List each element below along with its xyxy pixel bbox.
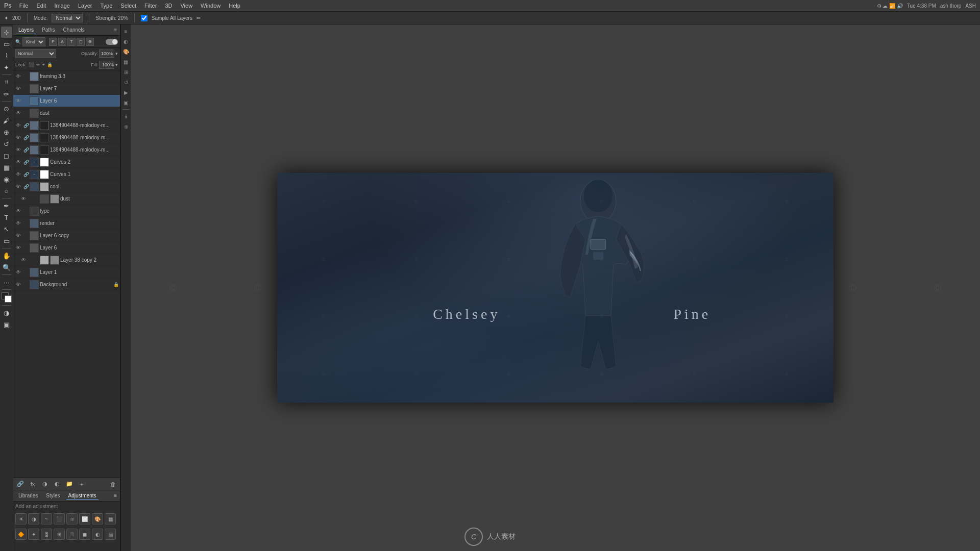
layer-eye-icon[interactable]: 👁 bbox=[14, 207, 22, 215]
filter-adj-btn[interactable]: A bbox=[58, 38, 66, 46]
tool-crop[interactable]: ⌗ bbox=[1, 77, 12, 88]
menu-file[interactable]: File bbox=[16, 2, 32, 10]
tool-spot-heal[interactable]: ⊙ bbox=[1, 103, 12, 114]
menu-image[interactable]: Image bbox=[51, 2, 74, 10]
fill-input[interactable] bbox=[99, 61, 114, 69]
layer-eye-icon[interactable]: 👁 bbox=[14, 158, 22, 166]
filter-smart-btn[interactable]: ⊕ bbox=[86, 38, 94, 46]
canvas-document[interactable]: © © © © © © © © © © © © © © © © © bbox=[277, 173, 834, 403]
tab-adjustments[interactable]: Adjustments bbox=[66, 492, 99, 500]
menu-window[interactable]: Window bbox=[197, 2, 224, 10]
opacity-input[interactable] bbox=[99, 49, 114, 58]
menu-filter[interactable]: Filter bbox=[141, 2, 160, 10]
tool-stamp[interactable]: ⊕ bbox=[1, 127, 12, 138]
tool-brush[interactable]: 🖌 bbox=[1, 115, 12, 126]
right-icon-swatches[interactable]: ▦ bbox=[121, 57, 131, 66]
adj-poster-btn[interactable]: ≣ bbox=[66, 529, 78, 540]
layer-mask-btn[interactable]: ◑ bbox=[40, 480, 50, 489]
tool-eyedropper[interactable]: ✏ bbox=[1, 88, 12, 99]
tool-shape[interactable]: ▭ bbox=[1, 235, 12, 246]
mode-select[interactable]: Normal bbox=[52, 14, 83, 22]
layer-adj-btn[interactable]: ◐ bbox=[52, 480, 62, 489]
layer-item[interactable]: 👁 🔗 ~ Curves 2 bbox=[13, 156, 120, 168]
layer-link-btn[interactable]: 🔗 bbox=[15, 480, 26, 489]
tool-more[interactable]: ··· bbox=[1, 277, 12, 288]
adj-curves-btn[interactable]: ~ bbox=[41, 513, 52, 524]
filter-shape-btn[interactable]: ◻ bbox=[77, 38, 85, 46]
tool-marquee[interactable]: ▭ bbox=[1, 38, 12, 49]
tool-zoom[interactable]: 🔍 bbox=[1, 262, 12, 273]
layer-item-selected[interactable]: 👁 Layer 6 bbox=[13, 95, 120, 107]
layer-item[interactable]: 👁 🔗 1384904488-molodoy-m... bbox=[13, 132, 120, 144]
tool-gradient[interactable]: ▦ bbox=[1, 162, 12, 173]
tool-dodge[interactable]: ○ bbox=[1, 185, 12, 196]
menu-layer[interactable]: Layer bbox=[75, 2, 96, 10]
options-edit-icon[interactable]: ✏ bbox=[197, 15, 201, 21]
lock-pos-icon[interactable]: ✏ bbox=[36, 62, 40, 67]
menu-edit[interactable]: Edit bbox=[33, 2, 50, 10]
tab-layers[interactable]: Layers bbox=[16, 26, 36, 34]
layer-item[interactable]: 👁 dust bbox=[13, 193, 120, 205]
canvas-area[interactable]: © © © © © © © © © © bbox=[131, 24, 980, 551]
layer-eye-icon[interactable]: 👁 bbox=[19, 256, 28, 264]
layer-item[interactable]: 👁 🔗 1384904488-molodoy-m... bbox=[13, 119, 120, 132]
tool-screen-mode[interactable]: ▣ bbox=[1, 319, 12, 330]
layer-item[interactable]: 👁 render bbox=[13, 217, 120, 230]
filter-toggle-switch[interactable] bbox=[106, 39, 118, 45]
menu-help[interactable]: Help bbox=[225, 2, 244, 10]
filter-type-btn[interactable]: T bbox=[67, 38, 76, 46]
layer-style-btn[interactable]: fx bbox=[28, 480, 38, 489]
tool-magic-wand[interactable]: ✦ bbox=[1, 62, 12, 73]
layer-eye-icon[interactable]: 👁 bbox=[14, 232, 22, 240]
right-icon-history[interactable]: ↺ bbox=[121, 78, 131, 87]
menu-view[interactable]: View bbox=[177, 2, 196, 10]
menu-select[interactable]: Select bbox=[117, 2, 140, 10]
layer-item[interactable]: 👁 Layer 6 copy bbox=[13, 230, 120, 242]
layer-item[interactable]: 👁 🔗 cool bbox=[13, 181, 120, 193]
layer-group-btn[interactable]: 📁 bbox=[64, 480, 75, 489]
layer-eye-icon[interactable]: 👁 bbox=[14, 121, 22, 130]
right-icon-info[interactable]: ℹ bbox=[121, 112, 131, 121]
right-icon-layers[interactable]: ≡ bbox=[121, 27, 131, 36]
menu-type[interactable]: Type bbox=[97, 2, 116, 10]
adj-brightness-btn[interactable]: ☀ bbox=[15, 513, 27, 524]
adj-levels-btn[interactable]: ◑ bbox=[28, 513, 39, 524]
adj-colorbal-btn[interactable]: 🎨 bbox=[92, 513, 103, 524]
adj-hsl-btn[interactable]: ⬜ bbox=[79, 513, 90, 524]
tool-lasso[interactable]: ⌇ bbox=[1, 50, 12, 61]
tab-channels[interactable]: Channels bbox=[61, 26, 87, 34]
filter-kind-select[interactable]: Kind bbox=[22, 37, 45, 46]
layer-eye-icon[interactable]: 👁 bbox=[14, 97, 22, 105]
right-icon-actions[interactable]: ▶ bbox=[121, 88, 131, 97]
tool-type[interactable]: T bbox=[1, 212, 12, 223]
layer-eye-icon[interactable]: 👁 bbox=[14, 244, 22, 252]
adj-invert-btn[interactable]: ⊞ bbox=[54, 529, 65, 540]
right-icon-color[interactable]: 🎨 bbox=[121, 47, 131, 56]
fill-chevron[interactable]: ▾ bbox=[115, 62, 118, 67]
right-icon-nav[interactable]: ⊕ bbox=[121, 122, 131, 131]
tool-hand[interactable]: ✋ bbox=[1, 250, 12, 261]
adj-gradient-btn[interactable]: ▤ bbox=[105, 529, 116, 540]
menu-3d[interactable]: 3D bbox=[161, 2, 176, 10]
adj-bw-btn[interactable]: ▦ bbox=[105, 513, 116, 524]
layer-item[interactable]: 👁 Layer 6 bbox=[13, 242, 120, 254]
right-icon-mini-bridge[interactable]: ▣ bbox=[121, 98, 131, 107]
layer-eye-icon[interactable]: 👁 bbox=[14, 85, 22, 93]
tab-libraries[interactable]: Libraries bbox=[16, 492, 40, 499]
adj-thresh-btn[interactable]: ◼ bbox=[79, 529, 90, 540]
filter-pixel-btn[interactable]: P bbox=[49, 38, 57, 46]
tool-pen[interactable]: ✒ bbox=[1, 200, 12, 211]
adj-chanmix-btn[interactable]: ✦ bbox=[28, 529, 39, 540]
layer-eye-icon[interactable]: 👁 bbox=[14, 109, 22, 117]
layer-eye-icon[interactable]: 👁 bbox=[14, 268, 22, 277]
layer-item[interactable]: 👁 🔗 ~ Curves 1 bbox=[13, 168, 120, 181]
lock-art-icon[interactable]: + bbox=[42, 62, 45, 67]
adj-exposure-btn[interactable]: ⬛ bbox=[54, 513, 65, 524]
tool-move[interactable]: ⊹ bbox=[1, 27, 12, 38]
layer-item[interactable]: 👁 Background 🔒 bbox=[13, 279, 120, 291]
layer-delete-btn[interactable]: 🗑 bbox=[108, 480, 118, 489]
tool-eraser[interactable]: ◻ bbox=[1, 150, 12, 161]
layer-eye-icon[interactable]: 👁 bbox=[19, 195, 28, 203]
tool-history-brush[interactable]: ↺ bbox=[1, 138, 12, 149]
tool-path-sel[interactable]: ↖ bbox=[1, 223, 12, 235]
